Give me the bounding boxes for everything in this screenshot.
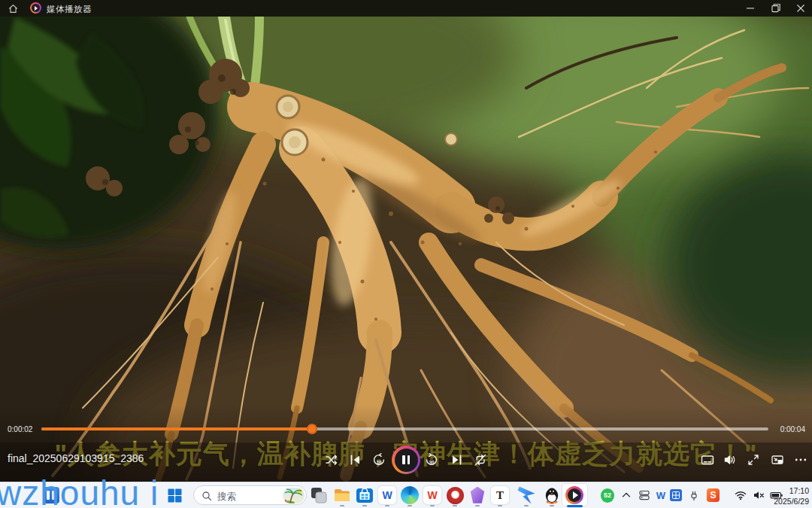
watermark-text: wzhouhu i (0, 473, 159, 508)
subtitles-icon (701, 453, 714, 467)
blue-arrow-app-button[interactable] (517, 485, 536, 505)
running-indicator (385, 505, 389, 507)
file-explorer-icon (333, 486, 351, 504)
subtitles-button[interactable] (701, 453, 714, 467)
pause-icon (408, 455, 411, 464)
pause-button-inner (395, 449, 418, 472)
wifi-status[interactable] (735, 485, 747, 505)
seek-bar-fill (41, 427, 312, 430)
tray-net-app-button[interactable] (670, 485, 682, 505)
qq-button[interactable] (542, 485, 562, 505)
running-indicator (550, 505, 554, 507)
taskbar-clock[interactable]: 17:10 2025/6/29 (762, 485, 809, 506)
more-options-button[interactable] (794, 453, 807, 467)
window-title: 媒体播放器 (47, 4, 92, 15)
red-circle-app-icon (447, 487, 464, 504)
task-view-button[interactable] (309, 485, 329, 505)
pause-button[interactable] (392, 446, 420, 474)
skip-back-10-label: 10 (372, 460, 386, 465)
edge-icon (401, 486, 419, 504)
tray-hidden-icons-button[interactable] (620, 485, 632, 505)
minimize-button[interactable] (745, 3, 756, 14)
blue-arrow-app-icon (518, 487, 535, 504)
purple-crystal-app-button[interactable] (468, 485, 487, 505)
tray-plug-device-button[interactable] (688, 485, 700, 505)
search-input[interactable]: 搜索 (193, 485, 307, 505)
palm-tree-icon (283, 488, 304, 503)
qq-penguin-icon (543, 486, 561, 504)
badge-52-icon: 52 (601, 488, 614, 503)
running-indicator (524, 505, 529, 507)
more-options-icon (794, 453, 807, 467)
previous-icon (349, 453, 362, 467)
file-explorer-button[interactable] (332, 485, 352, 505)
titlebar[interactable]: 媒体播放器 (0, 0, 812, 17)
media-player-taskbar-button[interactable] (565, 485, 584, 505)
purple-crystal-app-icon (469, 487, 486, 504)
active-app-indicator (567, 505, 583, 507)
w-cloud-icon: W (656, 490, 665, 501)
current-time-label: 0:00:02 (8, 425, 32, 433)
running-indicator (430, 505, 435, 507)
tray-sogou-button[interactable]: S (707, 485, 720, 505)
clock-time: 17:10 (762, 485, 809, 496)
next-button[interactable] (450, 453, 463, 467)
running-indicator (498, 505, 502, 507)
previous-button[interactable] (349, 453, 362, 467)
search-icon (201, 491, 212, 501)
running-indicator (453, 505, 457, 507)
running-indicator (408, 505, 412, 507)
search-placeholder: 搜索 (217, 491, 236, 503)
total-time-label: 0:00:04 (780, 425, 805, 433)
red-circle-app-button[interactable] (445, 485, 465, 505)
fullscreen-button[interactable] (747, 453, 760, 467)
running-indicator (362, 505, 367, 507)
media-player-screen: "人参大补元气，温补脾肺，安神生津！体虚乏力就选它！" 0:00:02 0:00… (0, 0, 812, 508)
close-button[interactable] (795, 3, 806, 14)
search-highlight-image[interactable] (283, 488, 304, 503)
shuffle-button[interactable] (325, 453, 338, 467)
seek-bar[interactable] (41, 427, 768, 430)
next-icon (450, 453, 463, 467)
repeat-off-icon (474, 453, 487, 467)
shuffle-icon (325, 453, 338, 467)
pause-icon (402, 455, 405, 464)
home-icon[interactable] (8, 3, 19, 14)
wifi-icon (735, 489, 747, 501)
start-button[interactable] (165, 485, 184, 505)
video-filename: final_20250629103915_2386 (8, 452, 144, 464)
task-view-icon (311, 487, 327, 503)
skip-back-10-button[interactable]: 10 (372, 453, 386, 467)
t-editor-app-button[interactable]: T (490, 485, 510, 505)
repeat-off-button[interactable] (474, 453, 487, 467)
restore-button[interactable] (771, 3, 781, 14)
microsoft-store-icon (356, 486, 374, 504)
windows-start-icon (168, 488, 182, 503)
running-indicator (340, 505, 344, 507)
mini-player-button[interactable] (771, 453, 784, 467)
volume-icon (723, 453, 737, 467)
skip-forward-30-button[interactable]: 30 (425, 453, 438, 467)
running-indicator (475, 505, 480, 507)
stacked-app-icon (638, 489, 650, 501)
w-docs-icon: W (378, 486, 396, 504)
w-docs-app-button[interactable]: W (377, 485, 397, 505)
chevron-up-icon (621, 490, 632, 500)
net-app-icon (670, 489, 682, 501)
edge-button[interactable] (400, 485, 420, 505)
seek-thumb[interactable] (307, 424, 317, 434)
plug-device-icon (688, 489, 700, 501)
skip-forward-30-label: 30 (425, 460, 438, 465)
volume-button[interactable] (723, 453, 737, 467)
tray-w-cloud-button[interactable]: W (655, 485, 667, 505)
microsoft-store-button[interactable] (355, 485, 374, 505)
media-player-icon (565, 486, 583, 504)
mini-player-icon (771, 453, 784, 467)
tray-52-badge[interactable]: 52 (601, 485, 614, 505)
wps-office-button[interactable]: W (423, 485, 442, 505)
sogou-icon: S (707, 488, 720, 502)
t-editor-icon: T (491, 486, 509, 504)
fullscreen-icon (747, 453, 760, 467)
tray-stacked-app-button[interactable] (638, 485, 650, 505)
clock-date: 2025/6/29 (762, 496, 809, 506)
